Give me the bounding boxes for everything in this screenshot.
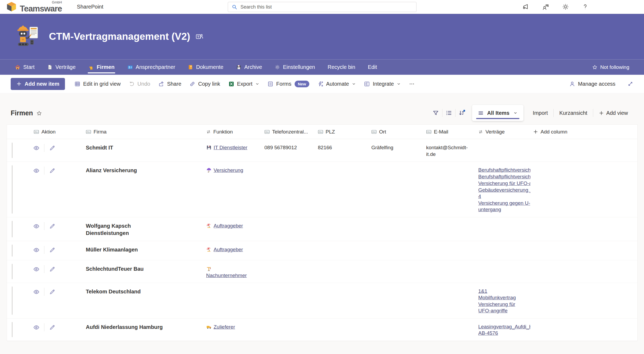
column-header-aktion[interactable]: AbcAktion bbox=[7, 129, 86, 135]
table-row[interactable]: Müller KlimaanlagenAuftraggeber bbox=[7, 241, 637, 260]
search-box[interactable] bbox=[228, 2, 417, 12]
funktion-link[interactable]: Versicherung bbox=[206, 167, 243, 173]
view-item-button[interactable] bbox=[33, 266, 40, 273]
funktion-link[interactable]: Zulieferer bbox=[206, 324, 235, 330]
company-name: Telekom Deutschland bbox=[86, 288, 141, 295]
manage-access-button[interactable]: Manage access bbox=[565, 81, 619, 87]
toolbar-export-button[interactable]: Export bbox=[224, 81, 264, 87]
vertrag-link[interactable]: 1&1 Mobilfunkvertrag bbox=[478, 288, 527, 301]
person-share-icon[interactable] bbox=[542, 3, 549, 11]
ort-cell: Gräfelfing bbox=[371, 144, 426, 151]
pencil-icon bbox=[49, 168, 55, 174]
eye-icon bbox=[33, 266, 40, 273]
edit-item-button[interactable] bbox=[49, 246, 56, 254]
app-logo[interactable]: Teamsware GmbH bbox=[5, 1, 62, 13]
funktion-link[interactable]: Auftraggeber bbox=[206, 223, 243, 229]
firma-cell: Telekom Deutschland bbox=[86, 288, 206, 295]
table-row[interactable]: Telekom Deutschland1&1 MobilfunkvertragV… bbox=[7, 283, 637, 318]
aktion-cell bbox=[7, 288, 86, 296]
toolbar-copy-link-button[interactable]: Copy link bbox=[185, 81, 224, 87]
view-item-button[interactable] bbox=[33, 167, 40, 174]
vertrag-link[interactable]: Berufshaftpflichtversich bbox=[478, 174, 527, 180]
nav-tab-ansprechpartner[interactable]: Ansprechpartner bbox=[127, 60, 175, 75]
follow-button[interactable]: Not following bbox=[592, 64, 629, 70]
plus-icon bbox=[16, 81, 22, 86]
help-icon[interactable] bbox=[581, 3, 589, 11]
table-row[interactable]: Schmidt ITIT Dienstleister089 5678901282… bbox=[7, 139, 637, 162]
sort-icon[interactable] bbox=[456, 107, 468, 119]
search-input[interactable] bbox=[241, 4, 412, 10]
all-items-view-tab[interactable]: All Items bbox=[472, 105, 523, 121]
add-new-item-button[interactable]: Add new item bbox=[11, 78, 65, 90]
toolbar-edit-in-grid-view-button[interactable]: Edit in grid view bbox=[70, 81, 125, 87]
plz-cell: 82166 bbox=[318, 144, 371, 151]
view-item-button[interactable] bbox=[33, 288, 40, 296]
edit-item-button[interactable] bbox=[49, 223, 56, 230]
nav-tab-start[interactable]: Start bbox=[15, 60, 34, 75]
table-row[interactable]: SchlechtundTeuer BauNachunternehmer bbox=[7, 260, 637, 283]
column-header-firma[interactable]: AbcFirma bbox=[86, 129, 206, 135]
vertrag-link[interactable]: Versicherung gegen U- untergang bbox=[478, 200, 527, 213]
nav-tab-verträge[interactable]: Verträge bbox=[47, 60, 76, 75]
import-button[interactable]: Import bbox=[527, 110, 554, 116]
toolbar-forms-button[interactable]: FormsNew bbox=[263, 81, 313, 87]
vertrag-link[interactable]: Leasingvertrag_Aufdi_H AB-4576 bbox=[478, 324, 527, 336]
megaphone-icon[interactable] bbox=[522, 3, 530, 11]
nav-tab-firmen[interactable]: Firmen bbox=[88, 60, 115, 75]
abc-type-icon: Abc bbox=[86, 130, 91, 134]
nav-tab-dokumente[interactable]: Dokumente bbox=[188, 60, 223, 75]
edit-item-button[interactable] bbox=[49, 144, 56, 152]
gear-outline-icon[interactable] bbox=[562, 3, 569, 11]
column-label: Ort bbox=[379, 129, 386, 135]
table-row[interactable]: Aufdi Niederlassung HamburgZuliefererLea… bbox=[7, 318, 637, 341]
group-by-icon[interactable] bbox=[442, 107, 455, 119]
funktion-link[interactable]: Auftraggeber bbox=[206, 247, 243, 252]
nav-tab-label: Edit bbox=[368, 64, 377, 70]
gear-gray-icon bbox=[275, 64, 280, 70]
view-item-button[interactable] bbox=[33, 144, 40, 152]
firma-cell: Schmidt IT bbox=[86, 144, 206, 151]
undo-icon bbox=[129, 81, 135, 87]
table-row[interactable]: Alianz VersicherungVersicherungBerufshaf… bbox=[7, 162, 637, 217]
column-header-e-mail[interactable]: AbcE-Mail bbox=[426, 129, 478, 135]
add-view-button[interactable]: Add view bbox=[593, 110, 634, 116]
row-accent-bar bbox=[12, 143, 13, 158]
edit-item-button[interactable] bbox=[49, 167, 56, 174]
column-header-verträge[interactable]: Verträge bbox=[478, 129, 530, 135]
view-item-button[interactable] bbox=[33, 223, 40, 230]
toolbar-automate-button[interactable]: Automate bbox=[313, 81, 360, 87]
edit-item-button[interactable] bbox=[49, 324, 56, 331]
filter-icon[interactable] bbox=[429, 107, 442, 119]
toolbar-item-label: Copy link bbox=[198, 81, 220, 87]
toolbar-share-button[interactable]: Share bbox=[154, 81, 185, 87]
nav-tab-archive[interactable]: Archive bbox=[236, 60, 262, 75]
view-item-button[interactable] bbox=[33, 246, 40, 254]
funktion-link[interactable]: IT Dienstleister bbox=[206, 145, 247, 150]
nav-tab-recycle-bin[interactable]: Recycle bin bbox=[328, 60, 355, 75]
column-header-plz[interactable]: AbcPLZ bbox=[318, 129, 371, 135]
toolbar-undo-button[interactable]: Undo bbox=[125, 81, 154, 87]
eye-icon bbox=[33, 246, 40, 253]
page-icon bbox=[47, 64, 53, 70]
toolbar-integrate-button[interactable]: Integrate bbox=[360, 81, 405, 87]
vertrag-link[interactable]: Berufshaftpflichtversich bbox=[478, 167, 527, 173]
vertrag-link[interactable]: Versicherung für UFO-a bbox=[478, 180, 527, 187]
nav-tab-einstellungen[interactable]: Einstellungen bbox=[275, 60, 315, 75]
fullscreen-expand-button[interactable] bbox=[627, 81, 633, 87]
column-header-telefonzentral[interactable]: AbcTelefonzentral... bbox=[264, 129, 318, 135]
edit-item-button[interactable] bbox=[49, 266, 56, 273]
more-options-button[interactable] bbox=[405, 81, 419, 87]
nav-tab-edit[interactable]: Edit bbox=[368, 60, 377, 75]
edit-item-button[interactable] bbox=[49, 288, 56, 296]
funktion-link[interactable]: Nachunternehmer bbox=[206, 266, 247, 278]
column-header-funktion[interactable]: Funktion bbox=[206, 129, 264, 135]
favorite-star-icon[interactable] bbox=[36, 111, 42, 116]
vertrag-link[interactable]: Gebäudeversicherung _ 4 bbox=[478, 187, 527, 200]
telefon-cell: 089 56789012 bbox=[264, 144, 318, 151]
kurzansicht-button[interactable]: Kurzansicht bbox=[554, 110, 593, 116]
table-row[interactable]: Wolfgang Kapsch DienstleistungenAuftragg… bbox=[7, 217, 637, 241]
add-column-button[interactable]: Add column bbox=[530, 129, 637, 135]
vertrag-link[interactable]: Versicherung für UFO-angriffe bbox=[478, 301, 527, 314]
view-item-button[interactable] bbox=[33, 324, 40, 331]
column-header-ort[interactable]: AbcOrt bbox=[371, 129, 426, 135]
